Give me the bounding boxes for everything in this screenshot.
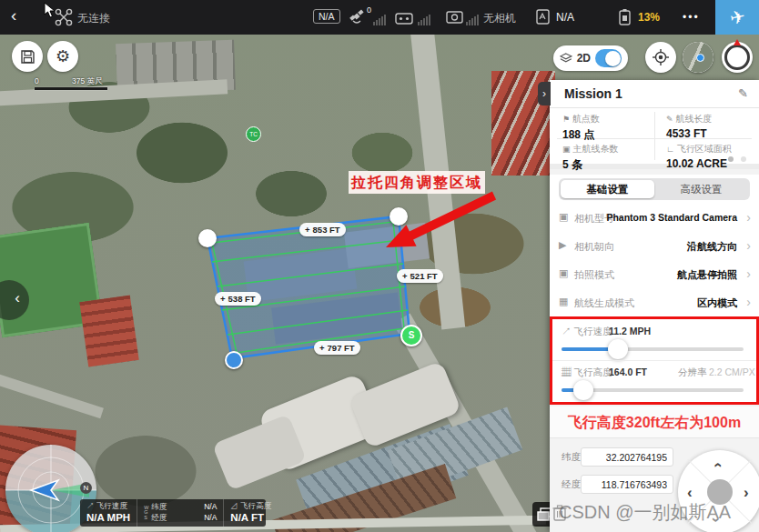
map-2d-toggle-pill: 2D — [553, 45, 628, 71]
chevron-left-icon: ‹ — [15, 289, 20, 307]
edge-distance-text: 797 FT — [328, 343, 355, 353]
watermark: CSDN @一别如斯AA — [552, 500, 731, 525]
slider-thumb[interactable] — [573, 380, 593, 400]
start-point-marker[interactable]: S — [400, 325, 422, 346]
pagination-dot[interactable] — [741, 156, 746, 162]
row-camera-orientation[interactable]: ▶ 相机朝向 沿航线方向 › — [550, 232, 759, 261]
pagination-dot-active[interactable] — [728, 156, 734, 162]
altitude-row-value: 164.0 FT — [609, 366, 647, 377]
latitude-label: 纬度 — [562, 451, 581, 464]
altitude-label: 飞行高度 — [240, 501, 271, 510]
chevron-right-icon: › — [746, 238, 751, 253]
altitude-row-label: ▦ 飞行高度 — [562, 366, 612, 379]
altitude-slider[interactable] — [562, 388, 744, 392]
lng-label: 经度 — [151, 512, 167, 523]
speed-icon: ↗ — [562, 326, 572, 336]
map-scale-bar — [35, 87, 107, 90]
mission-stats: ⚑航点数 188 点 ✎航线长度 4533 FT ▣主航线条数 5 条 ∟飞行区… — [550, 108, 759, 169]
area-corner-handle[interactable] — [198, 229, 217, 247]
area-corner-handle[interactable] — [390, 207, 408, 226]
back-icon[interactable]: ‹ — [11, 5, 16, 25]
stat-area: ∟飞行区域面积 10.02 ACRE — [666, 143, 732, 170]
row-value: 沿航线方向 — [687, 240, 737, 254]
takeoff-button[interactable]: ✈ — [715, 0, 759, 35]
dpad-up-icon[interactable]: › — [709, 463, 724, 468]
speed-slider[interactable] — [562, 347, 744, 351]
area-corner-handle-selected[interactable] — [225, 351, 243, 369]
row-label: 拍照模式 — [574, 268, 614, 282]
panel-collapse-button[interactable]: › — [538, 82, 551, 105]
row-photo-mode[interactable]: ▣ 拍照模式 航点悬停拍照 › — [550, 260, 759, 289]
edge-distance-label: +538 FT — [215, 292, 261, 306]
waypoint-icon: ⚑ — [562, 115, 570, 124]
route-mode-icon: ▦ — [559, 296, 568, 307]
gps-signal-bars-icon — [373, 15, 387, 25]
layers-icon — [560, 52, 572, 65]
remote-controller-icon — [395, 10, 413, 25]
direction-icon: ▶ — [559, 239, 566, 251]
2d-toggle-switch[interactable] — [595, 49, 622, 67]
edit-icon[interactable]: ✎ — [738, 86, 748, 100]
chevron-right-icon: › — [746, 210, 751, 225]
altitude-value: N/A FT — [230, 512, 271, 523]
flight-mode-badge: N/A — [313, 9, 340, 24]
chevron-right-icon: › — [746, 266, 751, 281]
speed-icon: ↗ — [86, 501, 95, 510]
compass-face — [724, 45, 750, 70]
stat-waypoints: ⚑航点数 188 点 — [562, 113, 600, 143]
altitude-icon: ▦ — [562, 366, 572, 377]
mission-header: › Mission 1 ✎ — [550, 80, 759, 108]
row-route-generation-mode[interactable]: ▦ 航线生成模式 区内模式 › — [550, 288, 759, 317]
battery-level: 13% — [638, 11, 660, 24]
measure-icon: + — [319, 343, 325, 353]
rc-signal-bars-icon — [418, 15, 431, 25]
2d-label: 2D — [577, 52, 591, 65]
camera-signal-bars-icon — [466, 15, 480, 25]
latitude-input[interactable] — [581, 447, 673, 467]
flight-status-icon — [535, 8, 552, 25]
trash-icon — [552, 504, 568, 522]
flight-status-value: N/A — [556, 11, 574, 24]
measure-icon: + — [305, 225, 310, 235]
measure-icon: + — [402, 271, 408, 281]
edge-distance-label: +853 FT — [299, 223, 346, 236]
airplane-icon: ✈ — [727, 5, 746, 30]
mission-title: Mission 1 — [564, 86, 622, 101]
longitude-input[interactable] — [581, 475, 673, 494]
stat-route-length: ✎航线长度 4533 FT — [666, 113, 713, 140]
segmented-control: 基础设置 高级设置 — [559, 178, 750, 200]
speed-row-label: ↗ 飞行速度 — [562, 326, 612, 338]
camera-icon: ▣ — [559, 211, 568, 223]
lat-label: 纬度 — [151, 501, 167, 512]
compass-north-badge: N — [80, 482, 92, 494]
slider-thumb[interactable] — [608, 339, 628, 359]
dpad-right-icon[interactable]: › — [744, 485, 749, 500]
chevron-right-icon: › — [746, 295, 751, 309]
edge-distance-text: 521 FT — [410, 271, 438, 281]
locate-button[interactable] — [645, 42, 676, 73]
save-mission-button[interactable] — [12, 41, 43, 72]
more-menu-icon[interactable]: ••• — [683, 11, 700, 24]
minimap-button[interactable] — [683, 42, 713, 73]
ruler-icon: ∟ — [666, 145, 674, 154]
tab-basic-settings[interactable]: 基础设置 — [561, 180, 654, 198]
satellite-icon — [349, 9, 365, 25]
settings-tabs: 基础设置 高级设置 — [550, 175, 759, 204]
shutter-icon: ▣ — [559, 267, 568, 279]
poi-marker[interactable]: TC — [246, 126, 261, 142]
edge-distance-label: +521 FT — [397, 269, 443, 283]
map-scale-labels: 0 375 英尺 — [35, 76, 103, 87]
edge-distance-text: 538 FT — [228, 294, 256, 304]
mission-settings-button[interactable]: ⚙ — [47, 41, 78, 72]
gps-count: 0 — [367, 5, 371, 15]
scale-start: 0 — [35, 76, 39, 85]
top-status-bar: ‹ 无连接 N/A 0 无相机 N/A — [0, 0, 759, 35]
gear-icon: ⚙ — [56, 46, 70, 66]
altitude-note: 飞行高度320ft左右为100m — [550, 407, 759, 438]
highlighted-flight-params: ↗ 飞行速度 11.2 MPH ▦ 飞行高度 164.0 FT 分辨率 2.2 … — [550, 316, 759, 405]
resolution-value: 2.2 CM/PX — [709, 366, 755, 377]
tab-advanced-settings[interactable]: 高级设置 — [654, 180, 748, 198]
dpad-left-icon[interactable]: ‹ — [687, 485, 693, 500]
compass-button[interactable] — [722, 42, 753, 73]
row-camera-model[interactable]: ▣ 相机型号 Phantom 3 Standard Camera › — [550, 204, 759, 233]
